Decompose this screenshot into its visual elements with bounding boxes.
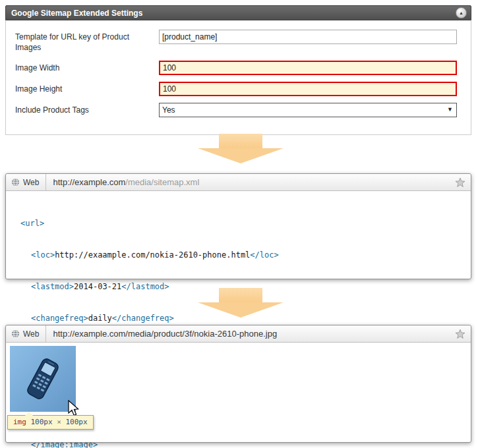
page: Google Sitemap Extended Settings ▲ Templ… [0, 0, 478, 448]
globe-icon [11, 178, 20, 186]
form-row-image-width: Image Width [15, 61, 463, 75]
bookmark-star-icon[interactable] [450, 329, 471, 339]
url-host: http://example.com [53, 177, 125, 187]
xml-code: <url> <loc>http://exaample.com/nokia-261… [6, 191, 471, 279]
settings-panel-title: Google Sitemap Extended Settings [11, 9, 456, 18]
web-chip[interactable]: Web [6, 174, 46, 190]
image-height-input[interactable] [159, 82, 457, 96]
chevron-up-icon: ▲ [459, 11, 463, 15]
arrow-head [198, 302, 284, 318]
template-url-key-label: Template for URL key of Product Images [15, 30, 159, 53]
flow-arrow-2 [198, 288, 284, 318]
url-path: /media/sitemap.xml [125, 177, 199, 187]
sitemap-browser-window: Web http://example.com/media/sitemap.xml… [5, 173, 471, 279]
include-product-tags-select[interactable]: Yes [159, 103, 457, 117]
web-chip-label: Web [23, 178, 39, 187]
settings-panel-body: Template for URL key of Product Images I… [5, 20, 471, 135]
collapse-button[interactable]: ▲ [456, 7, 467, 18]
template-url-key-input[interactable] [159, 30, 457, 44]
image-content-area: img 100px × 100px [6, 343, 471, 443]
arrow-head [198, 148, 284, 163]
image-size-tooltip: img 100px × 100px [7, 415, 94, 430]
form-row-template-url-key: Template for URL key of Product Images [15, 30, 463, 53]
xml-line: <url> [20, 218, 471, 229]
settings-panel-header[interactable]: Google Sitemap Extended Settings ▲ [5, 5, 471, 20]
nokia-phone-image [10, 346, 76, 412]
image-browser-bar: Web http://example.com/media/product/3f/… [6, 325, 471, 343]
xml-line: <loc>http://exaample.com/nokia-2610-phon… [20, 250, 471, 260]
settings-panel: Google Sitemap Extended Settings ▲ Templ… [5, 5, 471, 135]
globe-icon [11, 329, 20, 338]
bookmark-star-icon[interactable] [450, 177, 471, 188]
product-image[interactable] [10, 346, 76, 412]
sitemap-browser-bar: Web http://example.com/media/sitemap.xml [6, 174, 471, 191]
image-browser-window: Web http://example.com/media/product/3f/… [5, 325, 471, 443]
include-product-tags-label: Include Product Tags [15, 103, 159, 117]
form-row-image-height: Image Height [15, 82, 463, 96]
form-row-include-product-tags: Include Product Tags Yes ▼ [15, 103, 463, 117]
web-chip[interactable]: Web [6, 325, 46, 342]
url-full: http://example.com/media/product/3f/noki… [53, 329, 277, 339]
image-height-label: Image Height [15, 82, 159, 96]
image-width-label: Image Width [15, 61, 159, 75]
web-chip-label: Web [23, 329, 39, 339]
flow-arrow-1 [198, 134, 284, 163]
address-bar[interactable]: http://example.com/media/sitemap.xml [46, 177, 450, 187]
arrow-stem [219, 134, 262, 148]
arrow-stem [219, 288, 262, 302]
image-width-input[interactable] [159, 61, 457, 75]
address-bar[interactable]: http://example.com/media/product/3f/noki… [46, 329, 450, 339]
